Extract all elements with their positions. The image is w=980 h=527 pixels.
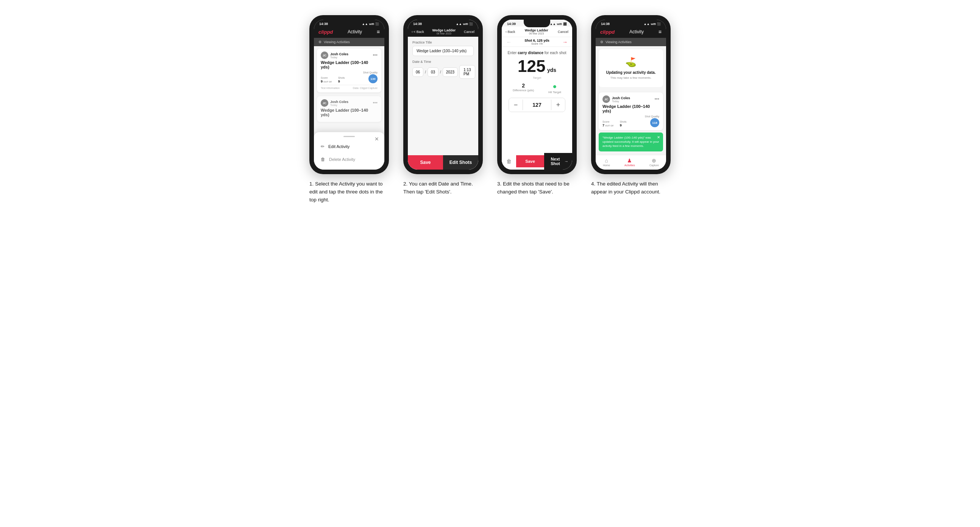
shot-header-3: ‹ Back Wedge Ladder 06 Mar 2023 Cancel	[502, 27, 572, 37]
shot-header-title-3: Wedge Ladder	[525, 29, 548, 32]
shot-header-date-3: 06 Mar 2023	[525, 32, 548, 35]
phone-screen-4: 14:38 ▲▲▲ wifi ⬛ clippd Activity ≡	[596, 20, 666, 170]
three-dots-2[interactable]: •••	[372, 100, 377, 106]
cancel-button-2[interactable]: Cancel	[464, 30, 474, 34]
shots-label-1: Shots	[338, 76, 345, 79]
app-header-1: clippd Activity ≡	[314, 27, 384, 38]
avatar-4: JC	[603, 95, 610, 103]
shot-nav-title: Shot 6, 125 yds	[525, 39, 549, 43]
toast-close-icon[interactable]: ✕	[657, 135, 660, 140]
time-4: 14:38	[601, 22, 610, 26]
yardage-num: 125	[518, 57, 545, 75]
trash-icon-bs: 🗑	[321, 157, 325, 162]
close-icon-bs[interactable]: ✕	[374, 136, 379, 142]
wifi-icon-2: wifi	[463, 22, 468, 26]
activity-card-4[interactable]: JC Josh Coles Today ••• Wedge Ladder (10…	[599, 92, 663, 130]
activities-label: Activities	[624, 164, 635, 167]
score-val-4: 7	[603, 124, 605, 127]
shots-val-4: 9	[620, 124, 622, 127]
phone-4: 14:38 ▲▲▲ wifi ⬛ clippd Activity ≡	[591, 15, 671, 174]
delete-activity-label: Delete Activity	[329, 157, 355, 162]
shot-bottom-bar: 🗑 Save Next Shot →	[502, 153, 572, 170]
phone-notch-4	[617, 20, 644, 27]
battery-icon-3: ⬛	[563, 22, 567, 26]
card-title-1: Wedge Ladder (100–140 yds)	[321, 60, 377, 69]
tab-capture-4[interactable]: ⊕ Capture	[649, 157, 659, 167]
next-shot-arrow[interactable]: →	[562, 39, 568, 45]
shots-val-1: 9	[338, 79, 340, 83]
tab-activities-4[interactable]: ♟ Activities	[624, 157, 635, 167]
next-shot-label: Next Shot	[548, 157, 563, 166]
day-input-2[interactable]: 06	[412, 67, 423, 77]
time-2: 14:38	[413, 22, 422, 26]
avatar-2: JC	[321, 99, 328, 107]
score-label-4: Score	[603, 121, 614, 123]
tab-bar-4: ⌂ Home ♟ Activities ⊕ Capture	[596, 155, 666, 170]
month-input-2[interactable]: 03	[428, 67, 439, 77]
delete-activity-item[interactable]: 🗑 Delete Activity	[314, 153, 384, 166]
save-shot-button[interactable]: Save	[516, 155, 544, 167]
phone-column-1: 14:38 ▲▲▲ wifi ⬛ clippd Activity ≡	[307, 15, 391, 204]
practice-input-2[interactable]: Wedge Ladder (100–140 yds)	[412, 46, 474, 56]
wifi-icon-1: wifi	[369, 22, 374, 26]
save-button-2[interactable]: Save	[408, 155, 443, 170]
filter-icon-4: ⚙	[600, 40, 603, 44]
phone-column-2: 14:38 ▲▲▲ wifi ⬛ ‹ < Back Wedge Ladder 0…	[401, 15, 485, 196]
three-dots-4[interactable]: •••	[654, 97, 659, 102]
stepper-3: − 127 +	[509, 98, 565, 112]
tab-home-4[interactable]: ⌂ Home	[603, 157, 610, 167]
bs-handle	[344, 136, 355, 137]
battery-icon-4: ⬛	[657, 22, 661, 26]
increment-button[interactable]: +	[551, 98, 565, 112]
stepper-value[interactable]: 127	[523, 100, 551, 110]
time-input-2[interactable]: 1:13 PM	[459, 65, 475, 79]
edit-icon: ✏	[321, 144, 325, 149]
edit-date-2: 06 Mar 2023	[432, 32, 455, 35]
menu-icon-4[interactable]: ≡	[659, 29, 662, 35]
three-dots-1[interactable]: •••	[372, 52, 377, 58]
practice-label-2: Practice Title	[412, 41, 474, 44]
battery-icon-2: ⬛	[469, 22, 473, 26]
decrement-button[interactable]: −	[509, 98, 523, 112]
date-row-2: 06 / 03 / 2023 1:13 PM	[412, 65, 474, 79]
shot-body-3: Enter carry distance for each shot 125 y…	[502, 47, 572, 120]
viewing-label-4: Viewing Activities	[606, 40, 632, 44]
filter-icon-1: ⚙	[318, 40, 321, 44]
year-input-2[interactable]: 2023	[443, 67, 458, 77]
sep1: /	[425, 70, 426, 74]
outof-4: OUT OF	[605, 125, 614, 127]
phone-screen-1: 14:38 ▲▲▲ wifi ⬛ clippd Activity ≡	[314, 20, 384, 170]
home-label: Home	[603, 164, 610, 167]
phone-screen-3: 14:39 ▲▲▲ wifi ⬛ ‹ Back Wedge Ladder 06 …	[502, 20, 572, 170]
user-date-1: Today	[330, 56, 348, 59]
phone-notch-2	[430, 20, 456, 27]
viewing-bar-1: ⚙ Viewing Activities	[314, 38, 384, 46]
quality-label-1: Shot Quality	[363, 71, 377, 74]
back-button-3[interactable]: ‹ Back	[506, 30, 515, 34]
card-title-2: Wedge Ladder (100–140 yds)	[321, 108, 377, 117]
edit-shots-button-2[interactable]: Edit Shots	[443, 155, 478, 170]
time-1: 14:38	[319, 22, 328, 26]
updating-sub-4: This may take a few moments.	[611, 76, 651, 79]
caption-1: 1. Select the Activity you want to edit …	[309, 180, 389, 204]
shots-label-4: Shots	[620, 121, 627, 123]
edit-activity-item[interactable]: ✏ Edit Activity	[314, 140, 384, 153]
shot-stats-row: 2 Difference (yds) ● Hit Target	[506, 83, 568, 94]
caption-4: 4. The edited Activity will then appear …	[591, 180, 671, 196]
cancel-button-3[interactable]: Cancel	[558, 30, 568, 34]
test-info-1: Test Information	[321, 87, 340, 89]
card-title-4: Wedge Ladder (100–140 yds)	[603, 104, 659, 113]
prev-shot-arrow[interactable]: ←	[506, 39, 512, 45]
success-toast-4: "Wedge Ladder (100–140 yds)" was updated…	[599, 132, 663, 151]
activities-icon: ♟	[627, 157, 632, 163]
activity-card-1[interactable]: JC Josh Coles Today ••• Wedge Ladder (10…	[317, 48, 381, 92]
menu-icon-1[interactable]: ≡	[377, 29, 380, 35]
delete-shot-button[interactable]: 🗑	[502, 155, 516, 167]
wifi-icon-3: wifi	[557, 22, 562, 26]
quality-badge-1: 130	[368, 74, 377, 83]
next-shot-button[interactable]: Next Shot →	[544, 153, 572, 170]
viewing-label-1: Viewing Activities	[324, 40, 350, 44]
back-button-2[interactable]: ‹ < Back	[412, 30, 424, 34]
logo-4: clippd	[600, 29, 614, 35]
target-label-3: Target	[506, 76, 568, 79]
